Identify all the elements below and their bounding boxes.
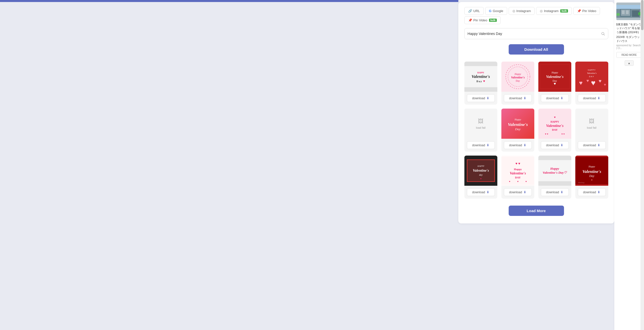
svg-text:Happy: Happy — [514, 168, 522, 171]
svg-text:♥ ♥: ♥ ♥ — [561, 133, 565, 135]
download-label-7: download — [546, 144, 559, 147]
download-button-6[interactable]: download ⬇ — [504, 141, 532, 149]
svg-text:♥: ♥ — [553, 81, 556, 86]
tab-google[interactable]: G Google — [485, 7, 507, 15]
ad-read-more-button[interactable]: READ MORE — [616, 52, 642, 58]
download-button-10[interactable]: download ⬇ — [504, 188, 532, 196]
svg-text:Valentine's: Valentine's — [582, 169, 601, 174]
svg-text:Happy: Happy — [514, 73, 521, 75]
image-preview-6: Happy Valentine's Day — [501, 109, 534, 139]
image-preview-2: Happy Valentine's Day — [501, 62, 534, 92]
load-fail-text-8: load fail — [587, 126, 596, 129]
image-preview-5: 🖼 load fail — [464, 109, 497, 139]
scroll-thumb[interactable] — [641, 0, 643, 30]
svg-point-60 — [616, 13, 620, 16]
download-button-1[interactable]: download ⬇ — [467, 94, 495, 102]
download-label-3: download — [546, 97, 559, 100]
download-label-9: download — [472, 191, 485, 194]
tab-pin-video-label: Pin Video — [582, 9, 596, 13]
image-grid: HAPPY Valentine's Day ♥ download ⬇ — [464, 62, 608, 199]
pin-bulk-icon: 📌 — [468, 18, 472, 22]
download-icon-2: ⬇ — [524, 96, 526, 100]
load-more-button[interactable]: Load More — [509, 206, 564, 216]
download-all-button[interactable]: Download All — [509, 44, 564, 55]
image-card-12: Happy Valentine's Day ♥ stocksy download… — [575, 156, 608, 199]
svg-text:♥: ♥ — [591, 78, 595, 87]
download-button-5[interactable]: download ⬇ — [467, 141, 495, 149]
instagram-icon: ◎ — [512, 9, 515, 13]
download-label-11: download — [546, 191, 559, 194]
svg-text:Valentine's: Valentine's — [587, 72, 596, 74]
bulk-badge-pin: bulk — [489, 19, 497, 22]
svg-text:♥: ♥ — [517, 180, 518, 183]
link-icon: 🔗 — [468, 9, 472, 13]
image-preview-10: ♥ ♥ Happy Valentine's DAY ♥ ♥ ♥ — [501, 156, 534, 186]
tab-instagram-bulk[interactable]: ◎ Instagram bulk — [536, 7, 572, 15]
download-label-12: download — [583, 191, 596, 194]
svg-text:HAPPY: HAPPY — [588, 69, 595, 71]
svg-rect-57 — [626, 10, 629, 14]
image-card-6: Happy Valentine's Day download ⬇ — [501, 109, 534, 152]
image-card-9: HAPPY Valentine's day ♥ download ⬇ — [464, 156, 497, 199]
chevron-up-icon: ▲ — [628, 62, 630, 65]
download-button-12[interactable]: download ⬇ — [578, 188, 606, 196]
search-bar — [464, 28, 608, 39]
svg-text:DAY: DAY — [552, 128, 558, 131]
download-button-4[interactable]: download ⬇ — [578, 94, 606, 102]
ad-collapse-button[interactable]: ▲ — [625, 60, 634, 66]
google-icon: G — [489, 9, 492, 13]
tab-url[interactable]: 🔗 URL — [464, 7, 484, 15]
download-button-3[interactable]: download ⬇ — [541, 94, 569, 102]
download-button-11[interactable]: download ⬇ — [541, 188, 569, 196]
image-card-11: HappyValentine's Day♡ download ⬇ — [538, 156, 571, 199]
svg-text:♥ ♥: ♥ ♥ — [515, 162, 520, 165]
download-icon-1: ⬇ — [487, 96, 489, 100]
image-card-3: Happy Valentine's Day ♥ download ⬇ — [538, 62, 571, 105]
svg-text:DAY: DAY — [515, 176, 521, 179]
ad-title: $東京都$: "モダンウッドハウス" 耳を疑う新価格 (2024年) — [616, 23, 642, 34]
svg-text:Happy: Happy — [551, 71, 558, 74]
svg-text:Valentine's: Valentine's — [546, 123, 564, 128]
svg-text:♥: ♥ — [525, 180, 527, 183]
download-label-6: download — [509, 144, 522, 147]
load-fail-icon-5: 🖼 — [478, 118, 484, 125]
ad-subtitle: 2024年 モダンウッドハウス — [616, 35, 642, 43]
tab-instagram[interactable]: ◎ Instagram — [509, 7, 535, 15]
download-icon-6: ⬇ — [524, 143, 526, 147]
tab-google-label: Google — [493, 9, 503, 13]
image-preview-11: HappyValentine's Day♡ — [538, 156, 571, 186]
svg-text:♥: ♥ — [604, 82, 606, 87]
tab-pin-video-bulk[interactable]: 📌 Pin Video bulk — [464, 16, 501, 24]
search-input[interactable] — [468, 32, 601, 36]
svg-rect-56 — [622, 10, 624, 14]
image-preview-1: HAPPY Valentine's Day ♥ — [464, 62, 497, 92]
download-label-1: download — [472, 97, 485, 100]
download-icon-12: ⬇ — [597, 190, 600, 194]
svg-text:♥ ♥: ♥ ♥ — [545, 133, 548, 135]
download-button-7[interactable]: download ⬇ — [541, 141, 569, 149]
instagram-bulk-icon: ◎ — [540, 9, 543, 13]
pin-icon: 📌 — [577, 9, 581, 13]
svg-text:Valentine's: Valentine's — [508, 122, 528, 127]
download-icon-3: ⬇ — [560, 96, 563, 100]
scrollbar[interactable] — [640, 0, 644, 330]
load-fail-indicator-5: 🖼 load fail — [476, 118, 486, 129]
tab-pin-video-bulk-label: Pin Video — [473, 18, 487, 22]
image-preview-9: HAPPY Valentine's day ♥ — [464, 156, 497, 186]
image-card-4: HAPPY Valentine's DAY ♥ ♥ ♥ ♥ ♥ download… — [575, 62, 608, 105]
svg-text:Day: Day — [516, 79, 520, 82]
download-icon-4: ⬇ — [597, 96, 600, 100]
svg-text:Valentine's: Valentine's — [473, 168, 489, 172]
download-button-2[interactable]: download ⬇ — [504, 94, 532, 102]
download-button-9[interactable]: download ⬇ — [467, 188, 495, 196]
ad-panel: $東京都$: "モダンウッドハウス" 耳を疑う新価格 (2024年) 2024年… — [614, 0, 644, 330]
download-button-8[interactable]: download ⬇ — [578, 141, 606, 149]
scroll-track — [640, 0, 644, 330]
bulk-badge-instagram: bulk — [560, 9, 568, 13]
svg-text:HAPPY: HAPPY — [477, 165, 484, 167]
svg-text:♥: ♥ — [591, 179, 592, 181]
download-icon-5: ⬇ — [487, 143, 489, 147]
tab-pin-video[interactable]: 📌 Pin Video — [573, 7, 600, 15]
ad-sponsored: sponsored by: Search | Cl... — [616, 44, 642, 50]
search-button[interactable] — [601, 32, 605, 36]
